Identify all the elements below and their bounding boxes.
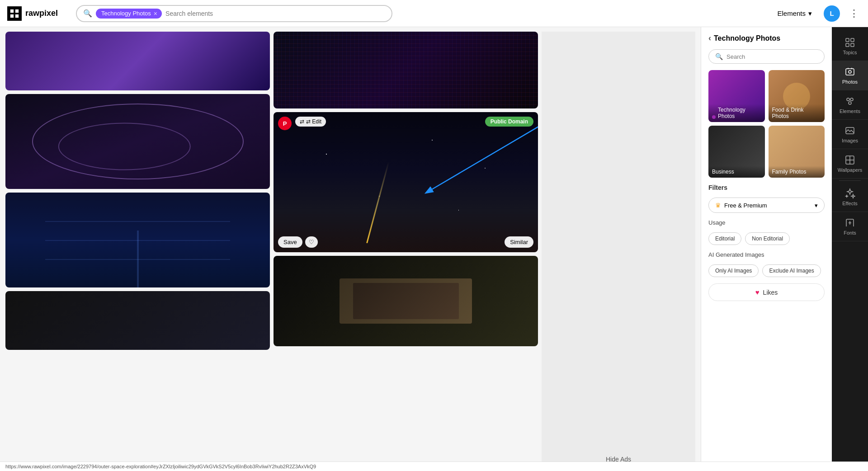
exclude-ai-label: Exclude AI Images (769, 268, 814, 274)
list-item[interactable] (274, 256, 538, 346)
topic-dot (712, 115, 716, 119)
topic-label: Business (712, 169, 734, 175)
non-editorial-label: Non Editorial (752, 236, 783, 242)
usage-title: Usage (708, 219, 825, 226)
ai-section: AI Generated Images (708, 251, 825, 258)
filters-section: Filters (708, 184, 825, 191)
nav-separator (839, 180, 861, 181)
search-icon: 🔍 (83, 9, 92, 18)
filter-dropdown-label: Free & Premium (724, 202, 767, 209)
content-area: P ⇄ ⇄ Edit Public Domain Save ♡ (0, 27, 701, 471)
search-bar: 🔍 Technology Photos × (76, 5, 392, 22)
topic-card-business[interactable]: Business (708, 126, 765, 178)
sidebar-search-icon: 🔍 (715, 53, 723, 60)
wallpapers-icon (844, 155, 855, 165)
avatar-letter: L (830, 9, 834, 17)
nav-item-topics[interactable]: Topics (832, 32, 868, 61)
svg-point-13 (850, 98, 853, 101)
search-input[interactable] (165, 10, 385, 17)
list-item[interactable] (274, 32, 538, 108)
sidebar-search-input[interactable] (726, 53, 818, 60)
avatar[interactable]: L (824, 5, 840, 22)
header-right: Elements ▾ L ⋮ (773, 5, 861, 22)
image-column-1 (5, 32, 270, 466)
search-tag-label: Technology Photos (101, 10, 151, 17)
similar-button[interactable]: Similar (505, 236, 533, 248)
topic-card-label: Technology Photos (708, 104, 765, 122)
more-menu-button[interactable]: ⋮ (847, 6, 861, 21)
nav-item-fonts[interactable]: Fonts (832, 212, 868, 241)
elements-label: Elements (777, 9, 806, 17)
only-ai-button[interactable]: Only AI Images (708, 264, 759, 277)
list-item[interactable] (5, 94, 270, 189)
topic-card-food[interactable]: Food & Drink Photos (769, 70, 825, 122)
nav-label-elements: Elements (840, 108, 860, 114)
similar-label: Similar (510, 239, 528, 245)
filter-chevron-icon: ▾ (815, 202, 818, 209)
filters-title: Filters (708, 184, 825, 191)
search-tag-close[interactable]: × (154, 10, 157, 17)
likes-button[interactable]: ♥ Likes (708, 283, 825, 301)
logo-icon (7, 6, 22, 21)
list-item[interactable]: P ⇄ ⇄ Edit Public Domain Save ♡ (274, 112, 538, 252)
save-button[interactable]: Save (278, 236, 302, 248)
topic-label: Family Photos (772, 169, 807, 175)
search-tag[interactable]: Technology Photos × (96, 9, 162, 19)
exclude-ai-button[interactable]: Exclude AI Images (762, 264, 821, 277)
topic-card-technology[interactable]: Technology Photos (708, 70, 765, 122)
list-item[interactable] (5, 193, 270, 287)
svg-point-14 (849, 102, 851, 104)
edit-label: ⇄ Edit (306, 118, 321, 125)
nav-item-images[interactable]: Images (832, 120, 868, 149)
pinterest-button[interactable]: P (278, 117, 292, 130)
sidebar-title: Technology Photos (714, 34, 780, 42)
like-button[interactable]: ♡ (305, 236, 318, 248)
topic-label: Technology Photos (718, 107, 761, 119)
public-domain-label: Public Domain (491, 118, 528, 125)
logo[interactable]: rawpixel (7, 6, 71, 21)
header: rawpixel 🔍 Technology Photos × Elements … (0, 0, 868, 27)
filter-dropdown[interactable]: ♛ Free & Premium ▾ (708, 198, 825, 213)
status-bar: https://www.rawpixel.com/image/2229794/o… (0, 462, 868, 471)
chevron-down-icon: ▾ (808, 9, 812, 18)
svg-point-11 (849, 71, 851, 73)
main: P ⇄ ⇄ Edit Public Domain Save ♡ (0, 0, 868, 471)
usage-section: Usage (708, 219, 825, 226)
nav-item-wallpapers[interactable]: Wallpapers (832, 149, 868, 179)
list-item[interactable] (5, 291, 270, 350)
nav-item-effects[interactable]: Effects (832, 183, 868, 212)
svg-rect-3 (15, 14, 19, 17)
elements-icon (844, 96, 855, 107)
nav-label-effects: Effects (842, 201, 857, 206)
svg-rect-1 (15, 9, 19, 12)
svg-rect-2 (10, 14, 14, 17)
svg-rect-0 (10, 9, 14, 12)
edit-button[interactable]: ⇄ ⇄ Edit (295, 117, 326, 127)
logo-svg (9, 9, 19, 19)
right-sidebar: ‹ Technology Photos 🔍 Technology Photos … (701, 27, 832, 471)
logo-text: rawpixel (25, 9, 58, 18)
image-column-2: P ⇄ ⇄ Edit Public Domain Save ♡ (274, 32, 538, 466)
images-icon (844, 125, 855, 136)
nav-label-photos: Photos (842, 79, 858, 85)
svg-point-12 (847, 98, 849, 101)
list-item[interactable] (5, 32, 270, 90)
likes-label: Likes (763, 289, 778, 296)
card-action-left: Save ♡ (278, 236, 318, 248)
sidebar-back[interactable]: ‹ Technology Photos (708, 33, 825, 43)
edit-icon: ⇄ (300, 118, 304, 125)
topic-grid: Technology Photos Food & Drink Photos Bu… (708, 70, 825, 178)
far-right-nav: Topics Photos Elements (832, 27, 868, 471)
photos-icon (844, 66, 855, 77)
save-label: Save (283, 239, 297, 245)
nav-item-elements[interactable]: Elements (832, 90, 868, 120)
elements-dropdown[interactable]: Elements ▾ (773, 7, 816, 20)
nav-item-photos[interactable]: Photos (832, 61, 868, 90)
topics-icon (844, 37, 855, 48)
ai-title: AI Generated Images (708, 251, 825, 258)
editorial-button[interactable]: Editorial (708, 232, 741, 245)
topic-card-label: Food & Drink Photos (769, 104, 825, 122)
non-editorial-button[interactable]: Non Editorial (745, 232, 790, 245)
topic-card-family[interactable]: Family Photos (769, 126, 825, 178)
fonts-icon (844, 217, 855, 228)
